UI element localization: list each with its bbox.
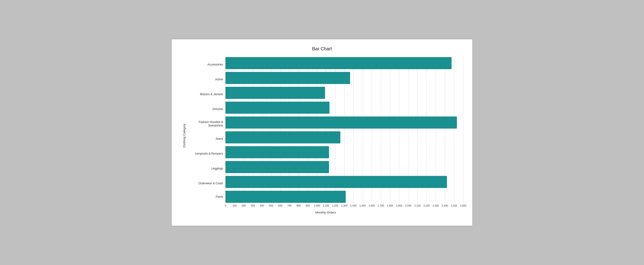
chart-container: Bar Chart Clothing Category AccessoriesA…	[171, 39, 473, 226]
plot-area: AccessoriesActiveBlazers & JacketsDresse…	[188, 57, 463, 214]
category-label: Blazers & Jackets	[188, 87, 223, 102]
x-tick-label: 1,200	[332, 204, 338, 207]
x-tick-label: 300	[251, 204, 255, 207]
category-label: Accessories	[188, 57, 223, 72]
category-label: Jeans	[188, 131, 223, 146]
x-tick-label: 1,400	[350, 204, 357, 207]
x-axis: 01002003004005006007008009001,0001,1001,…	[188, 204, 463, 209]
bar	[226, 176, 447, 188]
category-label: Dresses	[188, 102, 223, 116]
category-label: Outerwear & Coats	[188, 176, 223, 191]
x-tick-label: 1,700	[378, 204, 384, 207]
x-tick-label: 600	[278, 204, 282, 207]
category-label: Jumpsuits & Rompers	[188, 146, 223, 161]
x-tick-label: 2,500	[451, 204, 457, 207]
bar	[226, 57, 452, 69]
grid-line	[463, 57, 464, 203]
bars-grid-container: AccessoriesActiveBlazers & JacketsDresse…	[188, 57, 463, 203]
bar-row	[226, 72, 463, 84]
x-axis-label: Monthly Orders	[188, 211, 463, 214]
category-label: Active	[188, 72, 223, 87]
x-tick-label: 1,900	[396, 204, 402, 207]
bar-row	[226, 102, 463, 114]
x-tick-label: 500	[269, 204, 273, 207]
x-axis-ticks: 01002003004005006007008009001,0001,1001,…	[226, 204, 463, 209]
x-tick-label: 800	[296, 204, 301, 207]
x-tick-label: 400	[260, 204, 264, 207]
x-tick-label: 2,100	[414, 204, 421, 207]
category-label: Pants	[188, 191, 223, 203]
category-labels-column: AccessoriesActiveBlazers & JacketsDresse…	[188, 57, 226, 203]
bar-row	[226, 87, 463, 99]
category-label: Fashion Hoodies & Sweatshirts	[188, 116, 223, 131]
x-tick-label: 2,400	[442, 204, 448, 207]
x-tick-label: 2,200	[424, 204, 430, 207]
chart-title: Bar Chart	[181, 46, 463, 52]
x-tick-label: 1,500	[360, 204, 366, 207]
x-tick-label: 200	[242, 204, 246, 207]
bar-row	[226, 191, 463, 203]
x-tick-label: 1,000	[314, 204, 320, 207]
x-tick-label: 100	[232, 204, 236, 207]
x-tick-label: 1,800	[387, 204, 393, 207]
bar-row	[226, 161, 463, 173]
category-label: Leggings	[188, 161, 223, 176]
x-tick-label: 2,000	[405, 204, 412, 207]
bar-row	[226, 176, 463, 188]
bar	[226, 146, 329, 158]
y-axis-label-container: Clothing Category	[181, 57, 187, 214]
inner-plot	[226, 57, 463, 203]
bar	[226, 191, 346, 203]
x-tick-label: 900	[306, 204, 310, 207]
x-tick-label: 0	[225, 204, 226, 207]
x-tick-label: 1,300	[341, 204, 348, 207]
x-tick-label: 1,600	[368, 204, 375, 207]
bar	[226, 72, 350, 84]
bar-row	[226, 116, 463, 128]
chart-area: Clothing Category AccessoriesActiveBlaze…	[181, 57, 463, 214]
x-tick-label: 1,100	[323, 204, 329, 207]
y-axis-label: Clothing Category	[182, 124, 186, 148]
x-axis-spacer	[188, 204, 226, 209]
x-tick-label: 700	[288, 204, 292, 207]
bar	[226, 102, 330, 114]
bar	[226, 116, 457, 128]
bar-row	[226, 57, 463, 69]
bar-row	[226, 146, 463, 158]
bar-row	[226, 131, 463, 144]
x-tick-label: 2,600	[460, 204, 466, 207]
bar	[226, 87, 325, 99]
bar	[226, 131, 340, 144]
x-tick-label: 2,300	[432, 204, 439, 207]
bar	[226, 161, 329, 173]
